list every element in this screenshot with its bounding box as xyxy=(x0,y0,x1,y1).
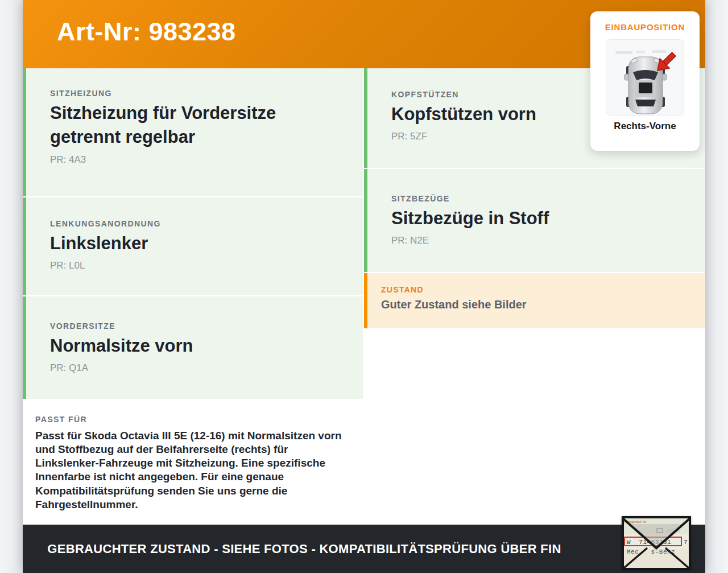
card-zustand: ZUSTAND Guter Zustand siehe Bilder xyxy=(364,273,705,328)
card-title: Sitzbezüge in Stoff xyxy=(391,207,688,230)
card-label: LENKUNGSANORDNUNG xyxy=(50,219,346,228)
left-column: SITZHEIZUNG Sitzheizung für Vordersitze … xyxy=(23,68,363,524)
install-position-image xyxy=(606,39,684,116)
pr-code: PR: Q1A xyxy=(50,362,346,374)
page-background: Art-Nr: 983238 EINBAUPOSITION xyxy=(0,0,728,573)
card-vordersitze: VORDERSITZE Normalsitze vorn PR: Q1A xyxy=(23,296,363,399)
install-position-value: Rechts-Vorne xyxy=(590,121,700,132)
pr-code: PR: 4A3 xyxy=(50,154,346,166)
install-position-label: EINBAUPOSITION xyxy=(590,22,700,32)
card-label: SITZHEIZUNG xyxy=(50,89,346,98)
car-top-view-icon xyxy=(606,40,684,116)
install-position-card: EINBAUPOSITION xyxy=(590,11,700,151)
card-passt-fuer: PASST FÜR Passt für Skoda Octavia III 5E… xyxy=(23,400,363,524)
card-label: VORDERSITZE xyxy=(50,321,346,331)
card-sitzheizung: SITZHEIZUNG Sitzheizung für Vordersitze … xyxy=(23,68,363,196)
registration-document-thumbnail: Fahrgestell-Nr. W 71463J31 7 Mec s-Benz xyxy=(622,516,691,570)
card-title: Normalsitze vorn xyxy=(50,334,346,358)
pr-code: PR: N2E xyxy=(391,235,688,246)
envelope-icon: Fahrgestell-Nr. W 71463J31 7 Mec s-Benz xyxy=(622,516,691,570)
card-title: Sitzheizung für Vordersitze getrennt reg… xyxy=(50,101,346,150)
doc-vin-suffix: 7 xyxy=(684,539,688,546)
article-number-title: Art-Nr: 983238 xyxy=(57,17,236,47)
condition-label: ZUSTAND xyxy=(381,285,688,294)
card-sitzbezuege: SITZBEZÜGE Sitzbezüge in Stoff PR: N2E xyxy=(364,169,705,272)
card-title: Linkslenker xyxy=(50,232,346,255)
product-sheet: Art-Nr: 983238 EINBAUPOSITION xyxy=(23,0,705,573)
fitment-description: Passt für Skoda Octavia III 5E (12-16) m… xyxy=(35,429,354,512)
card-lenkungsanordnung: LENKUNGSANORDNUNG Linkslenker PR: L0L xyxy=(23,197,363,295)
red-arrow-icon xyxy=(657,52,676,71)
condition-value: Guter Zustand siehe Bilder xyxy=(381,298,688,311)
card-label: SITZBEZÜGE xyxy=(391,194,688,203)
pr-code: PR: L0L xyxy=(50,260,346,271)
footer-banner: GEBRAUCHTER ZUSTAND - SIEHE FOTOS - KOMP… xyxy=(23,525,705,573)
footer-notice: GEBRAUCHTER ZUSTAND - SIEHE FOTOS - KOMP… xyxy=(47,542,561,556)
card-label: PASST FÜR xyxy=(35,415,348,424)
